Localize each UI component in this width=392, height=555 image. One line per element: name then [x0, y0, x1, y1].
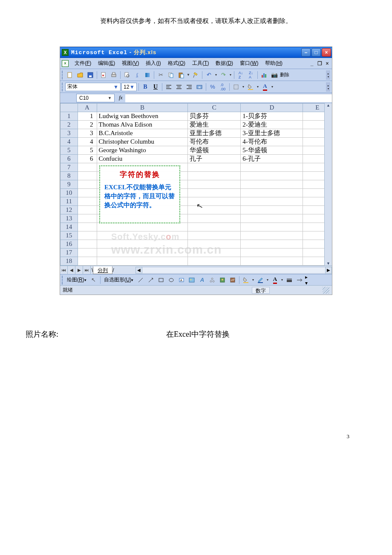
- minimize-button[interactable]: –: [301, 48, 311, 57]
- cell[interactable]: [97, 257, 188, 266]
- cell[interactable]: 亚里士多德: [188, 129, 241, 138]
- row-header[interactable]: 4: [61, 138, 78, 146]
- col-header-b[interactable]: B: [97, 104, 188, 112]
- row-header[interactable]: 5: [61, 146, 78, 155]
- col-header-d[interactable]: D: [241, 104, 303, 112]
- redo-icon[interactable]: ↷: [219, 70, 228, 80]
- font-size-select[interactable]: 12▼: [121, 83, 137, 91]
- permissions-icon[interactable]: [99, 70, 108, 80]
- cell[interactable]: 4: [78, 138, 97, 146]
- print-preview-icon[interactable]: [122, 70, 132, 80]
- tab-nav-last-icon[interactable]: ⏭: [83, 266, 91, 275]
- cell[interactable]: [78, 172, 97, 180]
- menu-tools[interactable]: 工具(T): [189, 59, 212, 68]
- cell[interactable]: [78, 206, 97, 214]
- cell[interactable]: [78, 240, 97, 249]
- cell[interactable]: [78, 180, 97, 189]
- font-select[interactable]: 宋体▼: [65, 83, 121, 91]
- cell[interactable]: [241, 172, 303, 180]
- row-header[interactable]: 1: [61, 112, 78, 121]
- cell[interactable]: George Washingto: [97, 146, 188, 155]
- cell[interactable]: 4-哥伦布: [241, 138, 303, 146]
- cell[interactable]: 1: [78, 112, 97, 121]
- cell[interactable]: [78, 231, 97, 240]
- row-header[interactable]: 17: [61, 249, 78, 257]
- cell[interactable]: 3-亚里士多德: [241, 129, 303, 138]
- font-color-dropdown[interactable]: ▾: [271, 85, 274, 89]
- row-header[interactable]: 8: [61, 172, 78, 180]
- format-painter-icon[interactable]: [191, 70, 200, 80]
- align-center-icon[interactable]: [174, 82, 184, 92]
- cell[interactable]: [188, 189, 241, 197]
- menu-format[interactable]: 格式(O): [164, 59, 189, 68]
- row-header[interactable]: 16: [61, 240, 78, 249]
- row-header[interactable]: 3: [61, 129, 78, 138]
- cell[interactable]: [78, 223, 97, 231]
- row-header[interactable]: 10: [61, 189, 78, 197]
- name-box[interactable]: C10▼: [76, 94, 115, 102]
- select-objects-icon[interactable]: ↖: [89, 275, 98, 285]
- col-header-a[interactable]: A: [78, 104, 97, 112]
- line-color-icon[interactable]: [256, 275, 265, 285]
- cell[interactable]: [97, 223, 188, 231]
- textbox-icon[interactable]: A: [177, 275, 186, 285]
- cell[interactable]: 孔子: [188, 155, 241, 163]
- close-button[interactable]: ×: [322, 48, 331, 57]
- cell[interactable]: [241, 214, 303, 223]
- formula-input[interactable]: [125, 94, 332, 102]
- cell[interactable]: [188, 240, 241, 249]
- delete-button[interactable]: 删除: [280, 70, 289, 80]
- cell[interactable]: [97, 249, 188, 257]
- tab-nav-first-icon[interactable]: ⏮: [60, 266, 68, 275]
- cell[interactable]: [188, 214, 241, 223]
- sort-asc-icon[interactable]: A↓Z: [236, 70, 245, 80]
- cell[interactable]: [241, 197, 303, 206]
- bold-button[interactable]: B: [141, 82, 150, 92]
- paste-icon[interactable]: [176, 70, 186, 80]
- new-file-icon[interactable]: [65, 70, 75, 80]
- cell[interactable]: [78, 257, 97, 266]
- hscroll-right-icon[interactable]: ▶: [325, 267, 332, 274]
- doc-close-button[interactable]: ×: [324, 61, 330, 66]
- toolbar-overflow[interactable]: ▸▾: [326, 70, 330, 80]
- arrow-style-icon[interactable]: [295, 275, 304, 285]
- row-header[interactable]: 18: [61, 257, 78, 266]
- fx-button[interactable]: fx: [119, 95, 123, 101]
- cell[interactable]: [188, 257, 241, 266]
- cell[interactable]: 6-孔子: [241, 155, 303, 163]
- copy-icon[interactable]: [166, 70, 176, 80]
- vertical-scrollbar[interactable]: ▲ ▼: [324, 103, 332, 266]
- cell[interactable]: [97, 240, 188, 249]
- cell[interactable]: [78, 189, 97, 197]
- menu-view[interactable]: 视图(V): [118, 59, 142, 68]
- toolbar-handle[interactable]: [62, 276, 63, 284]
- merge-center-icon[interactable]: a: [195, 82, 204, 92]
- chart-icon[interactable]: [259, 70, 269, 80]
- menu-file[interactable]: 文件(F): [71, 59, 95, 68]
- cell[interactable]: 华盛顿: [188, 146, 241, 155]
- font-color-draw-dropdown[interactable]: ▾: [280, 278, 284, 282]
- doc-minimize-button[interactable]: _: [309, 61, 315, 66]
- cell[interactable]: B.C.Aristotle: [97, 129, 188, 138]
- borders-icon[interactable]: [231, 82, 241, 92]
- cell[interactable]: 2: [78, 121, 97, 129]
- align-right-icon[interactable]: [184, 82, 194, 92]
- row-header[interactable]: 14: [61, 223, 78, 231]
- menu-window[interactable]: 窗口(W): [236, 59, 262, 68]
- cell[interactable]: [188, 231, 241, 240]
- paste-dropdown[interactable]: ▼: [187, 73, 190, 77]
- menu-data[interactable]: 数据(D): [212, 59, 236, 68]
- cut-icon[interactable]: ✂: [156, 70, 165, 80]
- insert-clipart-icon[interactable]: [218, 275, 227, 285]
- cell[interactable]: 哥伦布: [188, 138, 241, 146]
- cell[interactable]: [78, 214, 97, 223]
- row-header[interactable]: 6: [61, 155, 78, 163]
- cell[interactable]: [241, 240, 303, 249]
- cell[interactable]: [97, 231, 188, 240]
- arrow-icon[interactable]: [146, 275, 156, 285]
- cell[interactable]: [188, 206, 241, 214]
- cell[interactable]: Ludwig van Beethoven: [97, 112, 188, 121]
- cell[interactable]: Christopher Columbu: [97, 138, 188, 146]
- hscroll-left-icon[interactable]: ◀: [135, 267, 142, 274]
- cell[interactable]: [188, 172, 241, 180]
